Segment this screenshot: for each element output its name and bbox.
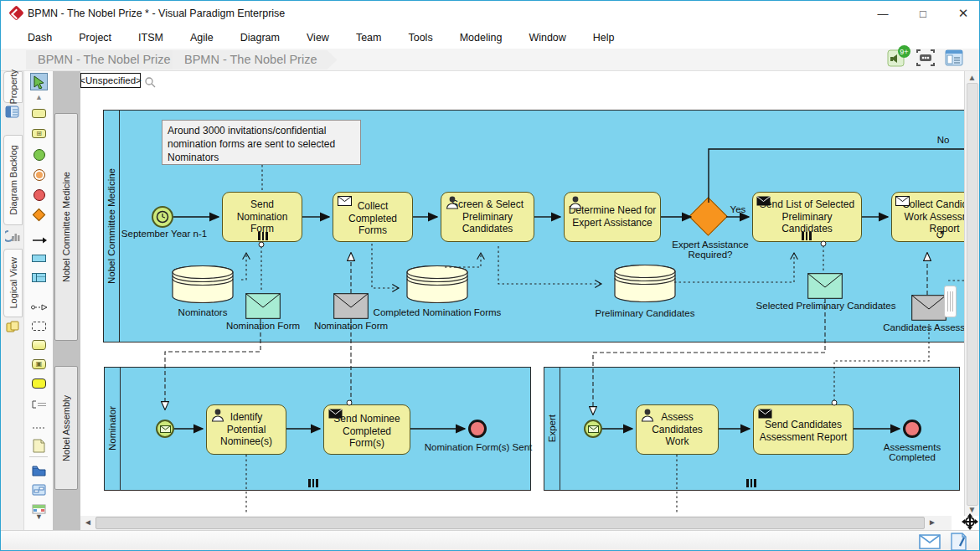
end-event-assessments-completed[interactable] xyxy=(903,420,921,438)
diagram-canvas[interactable]: <Unspecified> Nobel Committee Medicine N… xyxy=(80,71,966,516)
message-start-event-expert[interactable] xyxy=(584,420,602,438)
menu-agile[interactable]: Agile xyxy=(177,32,227,44)
menu-view[interactable]: View xyxy=(293,32,343,44)
menu-project[interactable]: Project xyxy=(65,32,125,44)
text-annotation[interactable]: Around 3000 invitations/confidential nom… xyxy=(162,120,361,165)
data-store-plus-icon[interactable]: ▣ xyxy=(30,355,48,373)
message-icon-filled xyxy=(756,196,771,206)
left-tab-strip: Property Diagram Backlog Logical View xyxy=(1,71,24,530)
data-store-label: Nominators xyxy=(168,307,237,317)
end-event-nomination-forms-sent[interactable] xyxy=(468,420,487,438)
breadcrumb-item[interactable]: BPMN - The Nobel Prize xyxy=(26,50,190,70)
close-button[interactable]: ✕ xyxy=(956,6,971,21)
tab-property[interactable]: Property xyxy=(3,71,23,103)
menu-diagram[interactable]: Diagram xyxy=(227,32,293,44)
pool-expert[interactable]: Expert xyxy=(544,367,960,491)
message-nomination-form-gray[interactable] xyxy=(333,293,369,319)
user-icon xyxy=(445,195,460,209)
vertical-scrollbar[interactable]: ▲ ▼ xyxy=(964,71,979,516)
menu-bar: Dash Project ITSM Agile Diagram View Tea… xyxy=(1,26,979,49)
menu-window[interactable]: Window xyxy=(515,32,579,44)
data-store-label: Preliminary Candidates xyxy=(588,308,702,318)
app-window: BPMN - The Nobel Prize * - Visual Paradi… xyxy=(0,0,980,551)
menu-help[interactable]: Help xyxy=(580,32,628,44)
message-start-event-nominator[interactable] xyxy=(156,420,174,438)
edit-document-icon[interactable] xyxy=(951,533,967,551)
toolbar-divider xyxy=(29,456,48,457)
association-flow-icon[interactable] xyxy=(30,298,48,316)
pool-label-band[interactable]: Nominator xyxy=(105,368,121,490)
shape-toolbar: ▲ ⊞ ▣ ▼ xyxy=(24,71,53,530)
floating-scroll-handle[interactable] xyxy=(944,286,957,317)
user-icon xyxy=(568,195,583,209)
property-view-icon[interactable] xyxy=(5,105,20,120)
data-store-nominators[interactable] xyxy=(171,264,235,306)
group-shape-icon[interactable] xyxy=(30,317,48,335)
start-event-label: September Year n-1 xyxy=(118,229,210,239)
logical-view-icon[interactable] xyxy=(5,319,20,334)
message-selected-preliminary-candidates[interactable] xyxy=(807,273,843,299)
pool-label-band[interactable]: Expert xyxy=(544,368,560,490)
menu-team[interactable]: Team xyxy=(343,32,395,44)
diagram-overview-icon[interactable] xyxy=(30,481,48,498)
breadcrumb-item[interactable]: BPMN - The Nobel Prize xyxy=(173,50,337,70)
scroll-down-icon[interactable]: ▼ xyxy=(30,512,48,521)
announcement-icon[interactable]: 9+ xyxy=(887,48,907,68)
menu-itsm[interactable]: ITSM xyxy=(125,32,177,44)
lane-shape-icon[interactable] xyxy=(30,269,48,286)
menu-tools[interactable]: Tools xyxy=(395,32,446,44)
scroll-left-arrow[interactable]: ◄ xyxy=(84,518,92,527)
model-folder-icon[interactable] xyxy=(30,461,48,479)
menu-modeling[interactable]: Modeling xyxy=(446,32,516,44)
end-event-shape-icon[interactable] xyxy=(30,186,48,203)
cursor-tool-icon[interactable] xyxy=(30,73,48,90)
search-icon[interactable] xyxy=(144,76,156,88)
sequence-flow-icon[interactable] xyxy=(30,231,48,249)
text-annotation-icon[interactable] xyxy=(30,395,48,413)
horizontal-scrollbar[interactable]: ◄ ► xyxy=(80,516,952,530)
panel-layout-icon[interactable] xyxy=(944,48,964,68)
callout-shape-icon[interactable] xyxy=(30,374,48,392)
title-bar: BPMN - The Nobel Prize * - Visual Paradi… xyxy=(1,1,979,26)
intermediate-event-shape-icon[interactable] xyxy=(30,166,48,183)
vertical-scroll-thumb[interactable] xyxy=(967,83,978,506)
multi-instance-marker xyxy=(258,232,268,240)
gateway-shape-icon[interactable] xyxy=(30,206,48,224)
data-store-preliminary-candidates[interactable] xyxy=(613,263,677,305)
diagram-backlog-icon[interactable] xyxy=(5,229,20,244)
horizontal-scroll-thumb[interactable] xyxy=(95,517,925,529)
subprocess-shape-icon[interactable]: ⊞ xyxy=(30,125,48,142)
pool-strip-nobel-assembly[interactable]: Nobel Assembly xyxy=(54,366,78,490)
pool-shape-icon[interactable] xyxy=(30,250,48,267)
task-shape-icon[interactable] xyxy=(30,105,48,122)
data-store-completed-nomination-forms[interactable] xyxy=(405,264,469,306)
minimize-button[interactable]: — xyxy=(875,8,890,20)
data-store-icon[interactable] xyxy=(30,336,48,353)
fit-to-window-icon[interactable] xyxy=(916,48,936,68)
notification-badge: 9+ xyxy=(898,45,910,58)
message-icon xyxy=(895,196,910,206)
pool-strip-nobel-committee[interactable]: Nobel Committee Medicine xyxy=(54,113,78,341)
scroll-right-arrow[interactable]: ► xyxy=(928,518,936,527)
message-icon xyxy=(338,196,352,206)
visual-paradigm-logo-icon xyxy=(8,5,23,20)
tab-logical-view[interactable]: Logical View xyxy=(3,249,23,317)
scroll-up-icon[interactable]: ▲ xyxy=(30,93,48,101)
pool-label-band[interactable]: Nobel Committee Medicine xyxy=(104,111,120,342)
message-label: Nomination Form xyxy=(309,321,393,331)
message-candidates-assessment[interactable] xyxy=(911,295,946,321)
zoom-combo[interactable]: <Unspecified> xyxy=(80,73,141,88)
message-nomination-form-green[interactable] xyxy=(245,293,281,319)
timer-start-event[interactable] xyxy=(152,206,173,228)
start-event-shape-icon[interactable] xyxy=(30,146,48,163)
message-pane-icon[interactable] xyxy=(919,534,941,549)
data-store-label: Completed Nomination Forms xyxy=(371,307,503,317)
dashed-connector-icon[interactable] xyxy=(30,417,48,435)
maximize-button[interactable]: □ xyxy=(916,8,931,20)
scroll-up-arrow[interactable]: ▲ xyxy=(965,73,979,82)
menu-dash[interactable]: Dash xyxy=(14,32,65,44)
multi-instance-marker xyxy=(802,232,812,240)
tab-diagram-backlog[interactable]: Diagram Backlog xyxy=(3,135,23,225)
note-shape-icon[interactable] xyxy=(30,437,48,455)
pan-tool-icon[interactable] xyxy=(962,513,978,530)
